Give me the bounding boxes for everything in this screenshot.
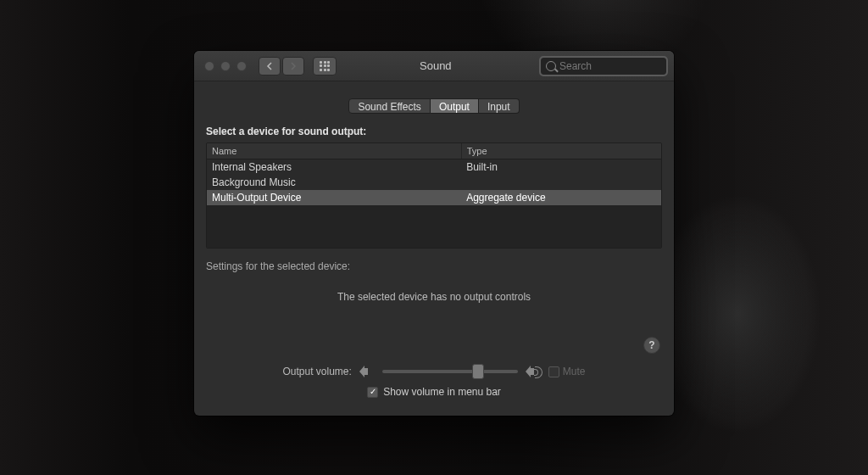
search-container <box>540 57 667 75</box>
help-button[interactable]: ? <box>643 337 660 354</box>
device-name: Multi-Output Device <box>207 190 461 205</box>
window-controls <box>201 61 247 71</box>
show-volume-label: Show volume in menu bar <box>383 386 501 398</box>
minimize-button[interactable] <box>220 61 231 71</box>
zoom-button[interactable] <box>236 61 247 71</box>
column-header-type[interactable]: Type <box>461 143 661 159</box>
device-name: Internal Speakers <box>207 159 461 176</box>
volume-slider[interactable] <box>382 370 518 373</box>
device-type <box>461 175 661 190</box>
output-volume-label: Output volume: <box>282 366 351 377</box>
settings-label: Settings for the selected device: <box>206 260 662 272</box>
mute-checkbox[interactable] <box>548 366 559 377</box>
tab-input[interactable]: Input <box>479 98 520 114</box>
search-box[interactable] <box>540 57 667 75</box>
output-volume-row: Output volume: Mute <box>206 366 662 377</box>
show-volume-checkbox[interactable]: ✓ <box>367 387 378 398</box>
tab-output[interactable]: Output <box>431 98 479 114</box>
show-all-button[interactable] <box>313 57 337 75</box>
volume-thumb[interactable] <box>472 364 484 379</box>
device-type: Built-in <box>461 159 661 176</box>
search-icon <box>546 61 556 71</box>
speaker-max-icon <box>526 366 540 377</box>
speaker-min-icon <box>360 366 374 377</box>
forward-button[interactable] <box>282 57 304 75</box>
table-empty-area <box>207 205 661 248</box>
table-row[interactable]: Background Music <box>207 175 661 190</box>
window-title: Sound <box>420 59 452 72</box>
select-device-heading: Select a device for sound output: <box>206 126 662 137</box>
column-header-name[interactable]: Name <box>207 143 461 159</box>
tab-sound-effects[interactable]: Sound Effects <box>348 98 431 114</box>
nav-buttons <box>259 57 304 75</box>
device-name: Background Music <box>207 175 461 190</box>
device-table: Name Type Internal Speakers Built-in Bac… <box>206 142 662 249</box>
back-button[interactable] <box>259 57 281 75</box>
no-controls-text: The selected device has no output contro… <box>206 291 662 303</box>
show-volume-row[interactable]: ✓ Show volume in menu bar <box>206 386 662 398</box>
sound-preferences-window: Sound Sound Effects Output Input Select … <box>194 51 674 416</box>
close-button[interactable] <box>204 61 214 71</box>
titlebar: Sound <box>194 51 674 81</box>
content-area: Sound Effects Output Input Select a devi… <box>194 81 674 405</box>
tab-bar: Sound Effects Output Input <box>206 98 662 114</box>
mute-checkbox-group[interactable]: Mute <box>548 366 586 377</box>
table-row[interactable]: Multi-Output Device Aggregate device <box>207 190 661 205</box>
search-input[interactable] <box>559 60 661 72</box>
grid-icon <box>320 61 330 71</box>
mute-label: Mute <box>563 366 586 377</box>
table-row[interactable]: Internal Speakers Built-in <box>207 159 661 176</box>
device-type: Aggregate device <box>461 190 661 205</box>
